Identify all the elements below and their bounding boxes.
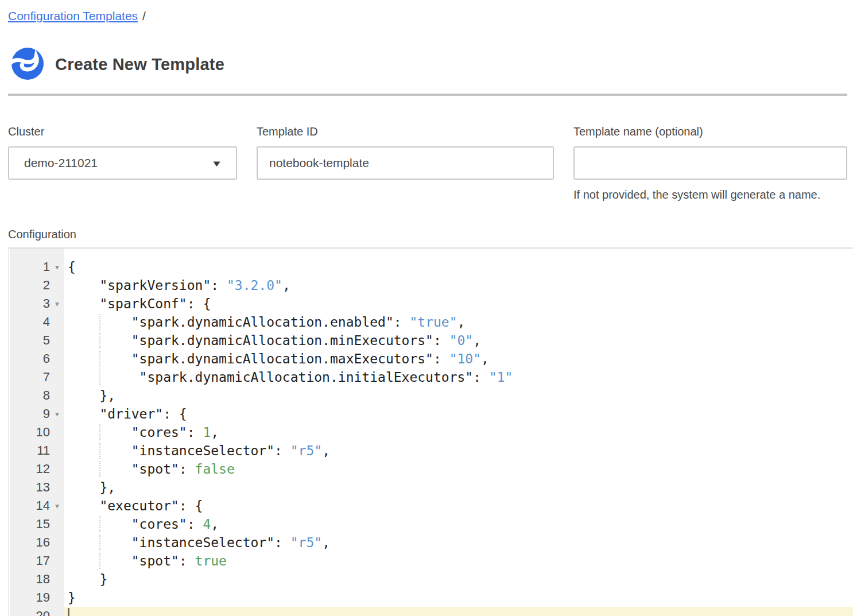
indent-guide xyxy=(99,314,100,330)
code-line-1[interactable]: 1▾{ xyxy=(9,258,853,276)
code-line-19[interactable]: 19} xyxy=(9,588,853,607)
code-text[interactable]: "executor": { xyxy=(64,497,853,515)
fold-spacer xyxy=(50,478,64,497)
code-text[interactable]: "spark.dynamicAllocation.minExecutors": … xyxy=(64,331,853,350)
fold-arrow-icon[interactable]: ▾ xyxy=(50,405,64,423)
code-text[interactable] xyxy=(64,607,853,616)
fold-spacer xyxy=(50,515,64,533)
code-line-12[interactable]: 12 "spot": false xyxy=(9,460,853,478)
cluster-field: Cluster demo-211021 ▼ xyxy=(8,125,237,180)
line-number: 20 xyxy=(9,607,50,616)
line-number: 15 xyxy=(9,515,50,533)
code-text[interactable]: }, xyxy=(64,478,853,497)
create-template-page: Configuration Templates/ Create New Temp… xyxy=(0,0,853,616)
cluster-select-value: demo-211021 xyxy=(24,156,98,170)
cluster-label: Cluster xyxy=(8,125,237,138)
line-number: 3 xyxy=(9,295,50,313)
code-text[interactable]: "sparkVersion": "3.2.0", xyxy=(64,276,853,295)
code-text[interactable]: "spark.dynamicAllocation.initialExecutor… xyxy=(64,368,853,386)
gutter-cell: 2 xyxy=(9,276,64,295)
page-header: Create New Template xyxy=(6,47,853,82)
fold-spacer xyxy=(50,607,64,616)
gutter-cell: 1▾ xyxy=(9,258,64,276)
gutter-cell: 7 xyxy=(9,368,64,386)
fold-arrow-icon[interactable]: ▾ xyxy=(50,258,64,276)
indent-guide xyxy=(99,369,100,385)
code-line-16[interactable]: 16 "instanceSelector": "r5", xyxy=(9,533,853,552)
code-line-7[interactable]: 7 "spark.dynamicAllocation.initialExecut… xyxy=(9,368,853,386)
indent-guide xyxy=(99,461,100,477)
code-line-4[interactable]: 4 "spark.dynamicAllocation.enabled": "tr… xyxy=(9,313,853,331)
code-text[interactable]: "spot": false xyxy=(64,460,853,478)
line-number: 1 xyxy=(9,258,50,276)
code-text[interactable]: "spot": true xyxy=(64,552,853,570)
indent-guide xyxy=(99,351,100,367)
line-number: 7 xyxy=(9,368,50,386)
code-line-10[interactable]: 10 "cores": 1, xyxy=(9,423,853,441)
fold-spacer xyxy=(50,552,64,570)
fold-arrow-icon[interactable]: ▾ xyxy=(50,295,64,313)
line-number: 10 xyxy=(9,423,50,441)
code-line-2[interactable]: 2 "sparkVersion": "3.2.0", xyxy=(9,276,853,295)
code-text[interactable]: "cores": 4, xyxy=(64,515,853,533)
gutter-cell: 8 xyxy=(9,386,64,405)
code-text[interactable]: "spark.dynamicAllocation.maxExecutors": … xyxy=(64,350,853,368)
template-id-field: Template ID xyxy=(257,125,554,180)
code-line-18[interactable]: 18 } xyxy=(9,570,853,588)
code-text[interactable]: } xyxy=(64,588,853,607)
fold-spacer xyxy=(50,533,64,552)
gutter-cell: 20 xyxy=(9,607,64,616)
line-number: 19 xyxy=(9,588,50,607)
code-line-8[interactable]: 8 }, xyxy=(9,386,853,405)
fold-spacer xyxy=(50,460,64,478)
code-text[interactable]: }, xyxy=(64,386,853,405)
code-text[interactable]: "instanceSelector": "r5", xyxy=(64,533,853,552)
line-number: 17 xyxy=(9,552,50,570)
code-line-14[interactable]: 14▾ "executor": { xyxy=(9,497,853,515)
code-line-15[interactable]: 15 "cores": 4, xyxy=(9,515,853,533)
indent-guide xyxy=(99,424,100,440)
header-divider xyxy=(8,94,847,96)
line-number: 12 xyxy=(9,460,50,478)
code-line-17[interactable]: 17 "spot": true xyxy=(9,552,853,570)
code-line-9[interactable]: 9▾ "driver": { xyxy=(9,405,853,423)
indent-guide xyxy=(99,332,100,348)
fold-spacer xyxy=(50,386,64,405)
code-text[interactable]: "driver": { xyxy=(64,405,853,423)
code-text[interactable]: "cores": 1, xyxy=(64,423,853,441)
line-number: 14 xyxy=(9,497,50,515)
template-form: Cluster demo-211021 ▼ Template ID Templa… xyxy=(8,125,847,202)
gutter-cell: 5 xyxy=(9,331,64,350)
fold-arrow-icon[interactable]: ▾ xyxy=(50,497,64,515)
template-id-input[interactable] xyxy=(257,146,554,180)
code-line-6[interactable]: 6 "spark.dynamicAllocation.maxExecutors"… xyxy=(9,350,853,368)
text-cursor xyxy=(68,608,69,616)
code-text[interactable]: } xyxy=(64,570,853,588)
breadcrumb-link-configuration-templates[interactable]: Configuration Templates xyxy=(8,9,138,22)
fold-spacer xyxy=(50,276,64,295)
code-line-5[interactable]: 5 "spark.dynamicAllocation.minExecutors"… xyxy=(9,331,853,350)
code-line-3[interactable]: 3▾ "sparkConf": { xyxy=(9,295,853,313)
gutter-cell: 17 xyxy=(9,552,64,570)
cluster-select[interactable]: demo-211021 ▼ xyxy=(8,146,237,180)
code-text[interactable]: "spark.dynamicAllocation.enabled": "true… xyxy=(64,313,853,331)
gutter-cell: 12 xyxy=(9,460,64,478)
template-name-field: Template name (optional) If not provided… xyxy=(573,125,847,202)
breadcrumb-separator: / xyxy=(142,9,146,22)
code-text[interactable]: "instanceSelector": "r5", xyxy=(64,441,853,460)
gutter-cell: 14▾ xyxy=(9,497,64,515)
page-title: Create New Template xyxy=(55,55,224,74)
template-id-label: Template ID xyxy=(257,125,554,138)
line-number: 9 xyxy=(9,405,50,423)
config-editor-content[interactable]: 1▾{2 "sparkVersion": "3.2.0",3▾ "sparkCo… xyxy=(9,258,853,616)
configuration-label: Configuration xyxy=(8,228,853,241)
config-editor[interactable]: 1▾{2 "sparkVersion": "3.2.0",3▾ "sparkCo… xyxy=(8,247,853,616)
code-text[interactable]: { xyxy=(64,258,853,276)
code-text[interactable]: "sparkConf": { xyxy=(64,295,853,313)
code-line-20[interactable]: 20 xyxy=(9,607,853,616)
code-line-11[interactable]: 11 "instanceSelector": "r5", xyxy=(9,441,853,460)
line-number: 5 xyxy=(9,331,50,350)
template-name-input[interactable] xyxy=(573,146,847,180)
code-line-13[interactable]: 13 }, xyxy=(9,478,853,497)
line-number: 8 xyxy=(9,386,50,405)
